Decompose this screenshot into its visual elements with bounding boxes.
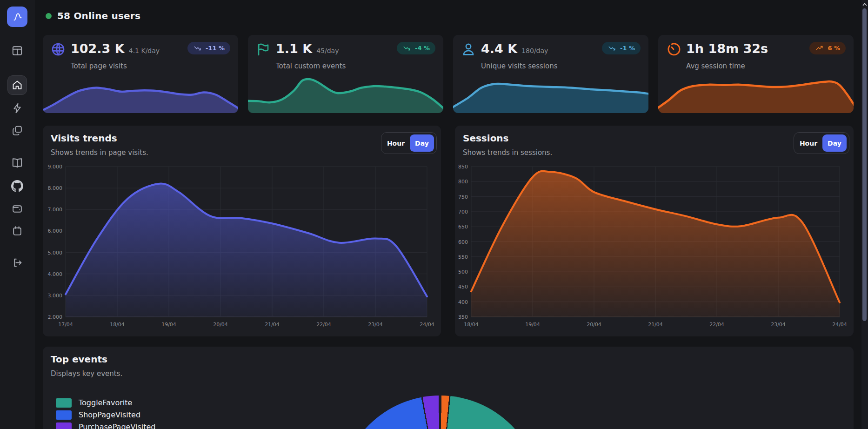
legend-item[interactable]: ToggleFavorite: [56, 398, 155, 408]
svg-text:450: 450: [458, 284, 468, 290]
trending-down-icon: [608, 45, 616, 52]
svg-text:24/04: 24/04: [420, 322, 434, 328]
svg-text:350: 350: [458, 314, 468, 320]
trend-badge: 6 %: [809, 42, 846, 54]
badge-text: 6 %: [828, 45, 840, 52]
flag-icon: [256, 42, 271, 57]
svg-text:2.000: 2.000: [48, 314, 63, 320]
trending-down-icon: [402, 45, 411, 52]
svg-text:500: 500: [458, 269, 468, 275]
top-events-card: Top events Displays key events. ToggleFa…: [43, 347, 854, 429]
top-events-pie-chart: [340, 395, 541, 429]
legend-label: PurchasePageVisited: [79, 422, 155, 429]
svg-text:17/04: 17/04: [58, 322, 73, 328]
stat-rate: 45/day: [316, 47, 339, 54]
svg-text:600: 600: [458, 239, 468, 245]
sidebar-item-pages[interactable]: [11, 125, 23, 136]
svg-text:21/04: 21/04: [648, 322, 663, 328]
trending-up-icon: [815, 45, 824, 52]
session-time-sparkline: [658, 69, 854, 113]
sessions-chart: 85080075070065060055050045040035018/0419…: [455, 126, 854, 336]
svg-text:400: 400: [458, 299, 468, 305]
sidebar-item-logout[interactable]: [11, 257, 23, 268]
sessions-card: Sessions Shows trends in sessions. Hour …: [455, 126, 854, 336]
svg-text:750: 750: [458, 194, 468, 200]
stat-card-total-page-visits: 102.3 K 4.1 K/day Total page visits -11 …: [43, 35, 238, 113]
book-icon: [11, 157, 23, 169]
svg-text:20/04: 20/04: [213, 322, 228, 328]
app-logo[interactable]: [7, 7, 27, 27]
events-legend: ToggleFavoriteShopPageVisitedPurchasePag…: [56, 398, 155, 429]
stat-value: 102.3 K: [71, 41, 125, 56]
sidebar-item-events[interactable]: [11, 102, 23, 114]
trend-badge: -4 %: [397, 42, 435, 54]
sidebar: [0, 0, 34, 429]
stat-card-unique-visits: 4.4 K 180/day Unique visits sessions -1 …: [453, 35, 648, 113]
svg-text:22/04: 22/04: [709, 322, 724, 328]
calendar-icon: [11, 225, 23, 237]
legend-label: ShopPageVisited: [79, 410, 140, 419]
stat-value: 1.1 K: [276, 41, 312, 56]
home-icon: [12, 80, 23, 91]
unique-visits-sparkline: [453, 69, 648, 113]
svg-text:21/04: 21/04: [265, 322, 280, 328]
custom-events-sparkline: [248, 69, 443, 113]
svg-text:22/04: 22/04: [316, 322, 331, 328]
svg-text:20/04: 20/04: [587, 322, 601, 328]
svg-text:24/04: 24/04: [832, 322, 847, 328]
visits-trends-chart: 9.0008.0007.0006.0005.0004.0003.0002.000…: [43, 126, 441, 336]
copy-pages-icon: [11, 125, 23, 136]
sidebar-item-calendar[interactable]: [11, 225, 23, 237]
wallet-icon: [11, 203, 23, 214]
stat-value: 4.4 K: [481, 41, 517, 56]
svg-text:19/04: 19/04: [525, 322, 540, 328]
svg-text:18/04: 18/04: [110, 322, 125, 328]
sidebar-item-github[interactable]: [11, 180, 23, 192]
zap-icon: [11, 102, 23, 114]
stat-rate: 4.1 K/day: [129, 47, 160, 54]
trend-badge: -1 %: [602, 42, 641, 54]
svg-text:800: 800: [458, 179, 468, 185]
top-events-subtitle: Displays key events.: [51, 369, 122, 378]
scrollbar-thumb[interactable]: [862, 8, 867, 321]
trending-down-icon: [193, 45, 202, 52]
badge-text: -1 %: [620, 45, 635, 52]
logout-icon: [11, 257, 23, 268]
top-events-title: Top events: [51, 354, 107, 365]
online-users-header: 58 Online users: [46, 10, 140, 21]
svg-text:700: 700: [458, 209, 468, 215]
stat-card-total-custom-events: 1.1 K 45/day Total custom events -4 %: [248, 35, 443, 113]
svg-text:8.000: 8.000: [48, 185, 63, 191]
sidebar-item-home[interactable]: [7, 75, 27, 95]
svg-text:850: 850: [458, 164, 468, 170]
trend-badge: -11 %: [187, 42, 230, 54]
svg-text:650: 650: [458, 224, 468, 230]
legend-swatch: [56, 410, 72, 420]
svg-text:18/04: 18/04: [464, 322, 479, 328]
svg-text:6.000: 6.000: [48, 228, 63, 234]
svg-text:9.000: 9.000: [48, 164, 63, 170]
sidebar-item-wallet[interactable]: [11, 203, 23, 214]
svg-text:3.000: 3.000: [48, 293, 63, 299]
svg-text:4.000: 4.000: [48, 271, 63, 277]
sidebar-item-panels[interactable]: [11, 45, 23, 57]
stat-rate: 180/day: [521, 47, 548, 54]
stat-card-avg-session-time: 1h 18m 32s Avg session time 6 %: [658, 35, 854, 113]
sidebar-item-docs[interactable]: [11, 157, 23, 169]
svg-text:550: 550: [458, 254, 468, 260]
badge-text: -11 %: [206, 45, 225, 52]
visits-trends-card: Visits trends Shows trends in page visit…: [43, 126, 441, 336]
svg-text:23/04: 23/04: [771, 322, 786, 328]
scroll-up-icon[interactable]: [862, 1, 868, 7]
svg-text:23/04: 23/04: [368, 322, 383, 328]
svg-text:19/04: 19/04: [161, 322, 176, 328]
timer-icon: [666, 42, 681, 57]
globe-icon: [51, 42, 66, 57]
legend-item[interactable]: PurchasePageVisited: [56, 422, 155, 429]
pulse-logo-icon: [11, 11, 23, 23]
legend-item[interactable]: ShopPageVisited: [56, 410, 155, 420]
legend-label: ToggleFavorite: [79, 398, 132, 407]
svg-text:5.000: 5.000: [48, 250, 63, 256]
user-icon: [461, 42, 476, 57]
github-icon: [11, 180, 23, 192]
